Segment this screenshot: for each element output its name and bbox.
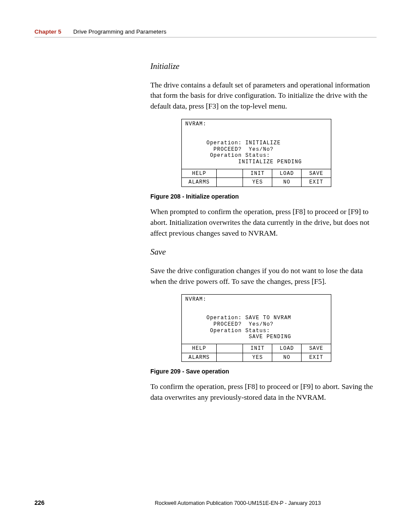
publication-id: Rockwell Automation Publication 7000-UM1… [125, 499, 351, 507]
softkey-blank [217, 169, 243, 178]
softkey-row-2: ALARMS YES NO EXIT [182, 353, 331, 362]
softkey-blank [217, 344, 243, 353]
softkey-exit[interactable]: EXIT [302, 178, 331, 187]
section-title-save: Save [150, 246, 377, 258]
softkey-yes[interactable]: YES [243, 353, 272, 362]
section-title-initialize: Initialize [150, 60, 377, 72]
chapter-label: Chapter 5 [34, 28, 61, 35]
initialize-paragraph-1: The drive contains a default set of para… [150, 80, 377, 112]
terminal-display-save: NVRAM: Operation: SAVE TO NVRAM PROCEED?… [181, 294, 331, 362]
terminal-display-init: NVRAM: Operation: INITIALIZE PROCEED? Ye… [181, 119, 331, 187]
softkey-save[interactable]: SAVE [302, 344, 331, 353]
softkey-blank [217, 353, 243, 362]
figure-208-caption: Figure 208 - Initialize operation [150, 192, 377, 201]
softkey-blank [217, 178, 243, 187]
softkey-init[interactable]: INIT [243, 344, 272, 353]
page-header: Chapter 5 Drive Programming and Paramete… [34, 28, 377, 36]
save-paragraph-1: Save the drive configuration changes if … [150, 266, 377, 287]
header-rule [34, 37, 377, 37]
softkey-load[interactable]: LOAD [272, 344, 302, 353]
figure-209-caption: Figure 209 - Save operation [150, 367, 377, 376]
softkey-no[interactable]: NO [272, 353, 302, 362]
softkey-help[interactable]: HELP [182, 169, 217, 178]
chapter-title: Drive Programming and Parameters [73, 28, 166, 35]
softkey-row-1: HELP INIT LOAD SAVE [182, 344, 331, 353]
softkey-alarms[interactable]: ALARMS [182, 353, 217, 362]
page: Chapter 5 Drive Programming and Paramete… [0, 0, 411, 532]
softkey-load[interactable]: LOAD [272, 169, 302, 178]
softkey-row-2: ALARMS YES NO EXIT [182, 178, 331, 187]
softkey-exit[interactable]: EXIT [302, 353, 331, 362]
softkey-yes[interactable]: YES [243, 178, 272, 187]
softkey-init[interactable]: INIT [243, 169, 272, 178]
terminal-figure-208: NVRAM: Operation: INITIALIZE PROCEED? Ye… [181, 119, 331, 187]
softkey-save[interactable]: SAVE [302, 169, 331, 178]
save-paragraph-2: To confirm the operation, press [F8] to … [150, 382, 377, 403]
content-column: Initialize The drive contains a default … [150, 56, 377, 410]
page-number: 226 [34, 498, 125, 507]
initialize-paragraph-2: When prompted to confirm the operation, … [150, 207, 377, 239]
softkey-alarms[interactable]: ALARMS [182, 178, 217, 187]
terminal-screen-init: NVRAM: Operation: INITIALIZE PROCEED? Ye… [182, 119, 331, 169]
terminal-screen-save: NVRAM: Operation: SAVE TO NVRAM PROCEED?… [182, 295, 331, 344]
page-footer: 226 Rockwell Automation Publication 7000… [34, 498, 377, 507]
softkey-no[interactable]: NO [272, 178, 302, 187]
softkey-row-1: HELP INIT LOAD SAVE [182, 169, 331, 178]
softkey-help[interactable]: HELP [182, 344, 217, 353]
terminal-figure-209: NVRAM: Operation: SAVE TO NVRAM PROCEED?… [181, 294, 331, 362]
